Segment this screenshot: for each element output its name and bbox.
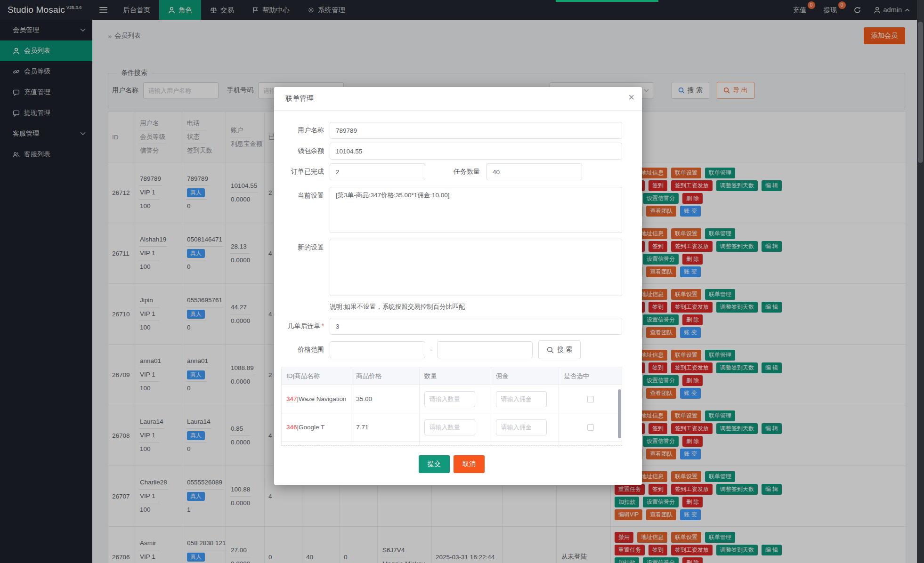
- product-name-cell: 346|Google T: [282, 413, 351, 442]
- modal-current-label: 当前设置: [281, 192, 324, 200]
- product-qty-cell: [420, 385, 491, 413]
- price-max-input[interactable]: [437, 341, 533, 358]
- product-selected-cell: [559, 442, 622, 446]
- modal-username-input[interactable]: [330, 122, 622, 139]
- product-price-cell: 35.00: [351, 385, 420, 413]
- modal-completed-label: 订单已完成: [281, 168, 324, 176]
- quantity-input[interactable]: [424, 391, 475, 407]
- product-commission-cell: [491, 385, 559, 413]
- modal-chain-label: 几单后连单*: [281, 322, 324, 330]
- close-icon[interactable]: ×: [628, 92, 634, 103]
- modal-taskcount-label: 任务数量: [454, 168, 480, 176]
- window-scrollbar[interactable]: [917, 0, 924, 563]
- product-price-cell: 7.71: [351, 413, 420, 442]
- modal-wallet-label: 钱包余额: [281, 147, 324, 155]
- modal-wallet-input[interactable]: [330, 143, 622, 160]
- product-id: 346: [286, 424, 297, 431]
- product-row: 347|Waze Navigation35.00: [282, 385, 622, 413]
- product-row: 346|Google T7.71: [282, 413, 622, 442]
- quantity-input[interactable]: [424, 419, 475, 435]
- product-name: 346|Google T: [286, 424, 346, 431]
- modal-price-range-label: 价格范围: [281, 346, 324, 354]
- price-range-dash: -: [430, 346, 432, 354]
- price-min-input[interactable]: [330, 341, 425, 358]
- modal-search-button-label: 搜 索: [557, 346, 572, 354]
- dialog-title: 联单管理: [285, 94, 314, 102]
- checkbox[interactable]: [587, 424, 594, 431]
- product-name-cell: [282, 442, 351, 446]
- product-name: 347|Waze Navigation: [286, 395, 346, 402]
- product-selected-cell: [559, 385, 622, 413]
- product-table-header-row: ID|商品名称商品价格数量佣金是否选中: [282, 367, 622, 385]
- modal-new-textarea[interactable]: [330, 239, 622, 296]
- product-column-header: ID|商品名称: [282, 367, 351, 385]
- modal-search-button[interactable]: 搜 索: [538, 340, 581, 359]
- product-column-header: 佣金: [491, 367, 559, 385]
- product-selected-cell: [559, 413, 622, 442]
- product-commission-cell: [491, 413, 559, 442]
- commission-input[interactable]: [496, 391, 547, 407]
- modal-chain-input[interactable]: [330, 318, 622, 335]
- product-name-cell: 347|Waze Navigation: [282, 385, 351, 413]
- modal-completed-input[interactable]: [330, 163, 425, 180]
- chain-order-dialog: 联单管理 × 用户名称 钱包余额 订单已完成 任务数量 当前设置 [第3单-商品…: [274, 87, 642, 485]
- modal-current-textarea[interactable]: [第3单-商品:347价格:35.00*1佣金:10.00]: [330, 187, 622, 233]
- product-id: 347: [286, 395, 297, 402]
- commission-input[interactable]: [496, 419, 547, 435]
- product-table: ID|商品名称商品价格数量佣金是否选中 347|Waze Navigation3…: [281, 367, 622, 446]
- product-column-header: 是否选中: [559, 367, 622, 385]
- checkbox[interactable]: [587, 396, 594, 402]
- product-column-header: 数量: [420, 367, 491, 385]
- product-column-header: 商品价格: [351, 367, 420, 385]
- product-qty-cell: [420, 413, 491, 442]
- product-commission-cell: [491, 442, 559, 446]
- loading-progress-bar: [556, 0, 658, 2]
- product-table-container: ID|商品名称商品价格数量佣金是否选中 347|Waze Navigation3…: [281, 367, 622, 446]
- modal-new-label: 新的设置: [281, 243, 324, 252]
- scrollbar-thumb[interactable]: [918, 22, 923, 163]
- product-qty-cell: [420, 442, 491, 446]
- product-row: [282, 442, 622, 446]
- submit-button[interactable]: 提交: [419, 455, 450, 473]
- modal-note: 说明:如果不设置，系统按照交易控制百分比匹配: [330, 303, 622, 311]
- cancel-button[interactable]: 取消: [454, 455, 485, 473]
- search-icon: [547, 346, 554, 354]
- product-price-cell: [351, 442, 420, 446]
- product-table-scrollbar[interactable]: [618, 389, 621, 438]
- modal-taskcount-input[interactable]: [486, 163, 582, 180]
- required-asterisk: *: [322, 322, 324, 330]
- modal-username-label: 用户名称: [281, 126, 324, 135]
